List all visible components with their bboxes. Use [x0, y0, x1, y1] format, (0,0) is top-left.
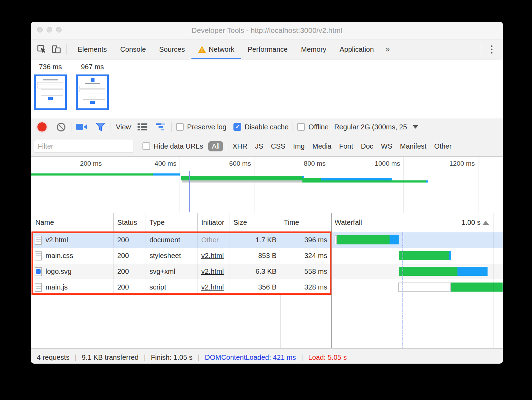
filter-type-img[interactable]: Img	[289, 141, 308, 151]
overview-tick-label: 1200 ms	[449, 160, 478, 167]
document-file-icon	[35, 251, 42, 260]
initiator-link[interactable]: v2.html	[201, 252, 224, 260]
dom-content-loaded-line	[402, 232, 403, 348]
cell-initiator: v2.html	[198, 264, 230, 279]
thumbnail-title-sketch	[43, 79, 58, 80]
hide-data-urls-checkbox[interactable]	[142, 142, 150, 150]
filter-type-media[interactable]: Media	[309, 141, 335, 151]
capture-screenshots-icon[interactable]	[76, 121, 88, 133]
filmstrip-thumbnail[interactable]	[34, 74, 67, 110]
filter-icon[interactable]	[94, 121, 106, 133]
filter-type-other[interactable]: Other	[430, 141, 455, 151]
overview-gridline	[478, 157, 478, 213]
toolbar-divider	[111, 122, 111, 132]
more-tabs-chevron[interactable]: »	[380, 45, 395, 54]
filter-input[interactable]	[34, 140, 133, 152]
filter-type-js[interactable]: JS	[252, 141, 267, 151]
column-separator	[198, 295, 198, 348]
column-header-initiator[interactable]: Initiator	[198, 213, 230, 232]
offline-checkbox[interactable]	[297, 123, 305, 131]
tab-performance[interactable]: Performance	[241, 40, 295, 59]
filter-type-doc[interactable]: Doc	[357, 141, 377, 151]
requests-table: Name Status Type Initiator Size Time Wat…	[31, 213, 503, 348]
cell-size: 6.3 KB	[230, 264, 280, 279]
disable-cache-option: Disable cache	[233, 123, 289, 131]
waterfall-bar-blue	[390, 235, 399, 244]
column-header-time[interactable]: Time	[280, 213, 331, 232]
waterfall-gridline	[493, 213, 494, 348]
status-item: Load: 5.05 s	[308, 353, 347, 362]
toolbar-divider	[172, 122, 172, 132]
filter-type-manifest[interactable]: Manifest	[397, 141, 430, 151]
table-row[interactable]: main.css200stylesheetv2.html853 B324 ms	[31, 248, 503, 264]
column-header-name[interactable]: Name	[31, 213, 114, 232]
tab-label: Network	[209, 45, 234, 53]
waterfall-bar-green	[399, 267, 457, 276]
tab-console[interactable]: Console	[113, 40, 152, 59]
thumbnail-button-sketch	[48, 97, 53, 100]
status-item: Finish: 1.05 s	[151, 353, 192, 362]
waterfall-bar-blue	[457, 267, 488, 276]
record-button[interactable]	[36, 121, 48, 133]
network-overview-timeline[interactable]: 200 ms400 ms600 ms800 ms1000 ms1200 ms	[31, 157, 503, 213]
thumbnail-input-sketch	[37, 86, 63, 88]
waterfall-bar-waiting	[335, 235, 337, 244]
filmstrip-thumbnail[interactable]	[76, 74, 109, 110]
filter-type-xhr[interactable]: XHR	[229, 141, 251, 151]
tab-sources[interactable]: Sources	[153, 40, 191, 59]
cell-status: 200	[114, 232, 146, 248]
document-file-icon	[35, 283, 42, 292]
filter-type-font[interactable]: Font	[336, 141, 357, 151]
cell-waterfall	[331, 279, 503, 295]
cell-waterfall	[331, 232, 503, 248]
filmstrip-panel: 736 ms967 ms	[31, 59, 503, 118]
preserve-log-checkbox[interactable]	[176, 123, 184, 131]
cell-time: 396 ms	[280, 232, 331, 248]
table-row[interactable]: v2.html200documentOther1.7 KB396 ms	[31, 232, 503, 248]
filter-type-all[interactable]: All	[208, 141, 223, 151]
table-row[interactable]: main.js200scriptv2.html356 B328 ms	[31, 279, 503, 295]
devtools-window: Developer Tools - http://localhost:3000/…	[31, 22, 503, 364]
waterfall-bar-green	[399, 251, 449, 260]
waterfall-view-icon[interactable]	[155, 121, 167, 133]
network-filter-bar: Hide data URLs AllXHRJSCSSImgMediaFontDo…	[31, 136, 503, 157]
column-header-status[interactable]: Status	[114, 213, 146, 232]
tab-network[interactable]: Network	[191, 40, 241, 59]
device-toolbar-icon[interactable]	[50, 43, 62, 55]
filmstrip-frame[interactable]: 967 ms	[76, 63, 109, 110]
kebab-menu-icon[interactable]	[485, 43, 497, 55]
clear-button[interactable]	[55, 121, 67, 133]
table-row[interactable]: logo.svg200svg+xmlv2.html6.3 KB558 ms	[31, 264, 503, 279]
column-header-size[interactable]: Size	[230, 213, 280, 232]
initiator-link[interactable]: v2.html	[201, 283, 224, 291]
tab-label: Sources	[159, 45, 185, 53]
filter-type-ws[interactable]: WS	[378, 141, 396, 151]
status-bar: 4 requests|9.1 KB transferred|Finish: 1.…	[31, 348, 503, 364]
document-file-icon	[35, 236, 42, 245]
throttling-select[interactable]: Regular 2G (300ms, 25	[334, 123, 418, 131]
overview-bar-segment	[181, 176, 302, 178]
sort-ascending-icon[interactable]	[483, 221, 489, 225]
inspect-element-icon[interactable]	[36, 43, 48, 55]
column-header-type[interactable]: Type	[146, 213, 198, 232]
disable-cache-label: Disable cache	[245, 123, 289, 131]
column-separator	[230, 295, 230, 348]
tab-memory[interactable]: Memory	[294, 40, 333, 59]
filmstrip-frame[interactable]: 736 ms	[34, 63, 67, 110]
filter-type-css[interactable]: CSS	[267, 141, 289, 151]
disable-cache-checkbox[interactable]	[233, 123, 241, 131]
thumbnail-input-sketch	[79, 90, 105, 92]
initiator-link[interactable]: v2.html	[201, 267, 224, 276]
waterfall-column-border	[331, 213, 332, 348]
thumbnail-input-sketch	[37, 82, 63, 85]
toolbar-divider	[481, 44, 481, 55]
overview-bar-segment	[302, 176, 304, 178]
frame-timestamp: 967 ms	[81, 63, 104, 71]
list-view-icon[interactable]	[136, 121, 148, 133]
cell-initiator: Other	[198, 232, 230, 248]
tab-label: Elements	[78, 45, 107, 53]
preserve-log-option: Preserve log	[176, 123, 226, 131]
tab-application[interactable]: Application	[333, 40, 380, 59]
tab-elements[interactable]: Elements	[71, 40, 113, 59]
offline-label: Offline	[308, 123, 328, 131]
